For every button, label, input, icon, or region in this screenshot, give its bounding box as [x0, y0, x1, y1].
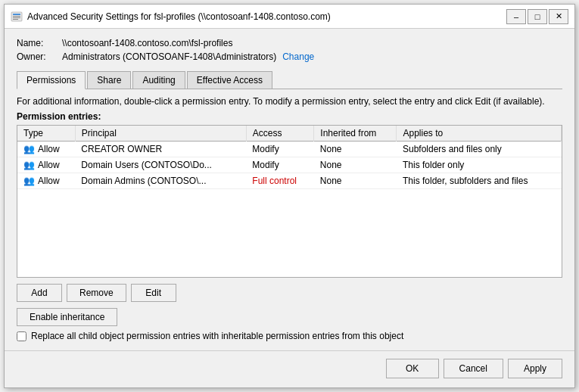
svg-rect-3	[13, 17, 20, 18]
cell-type: 👥Allow	[17, 141, 75, 157]
cell-inherited-from: None	[314, 157, 397, 173]
col-applies-to: Applies to	[397, 126, 562, 142]
name-value: \\contosoanf-1408.contoso.com\fsl-profil…	[62, 38, 232, 48]
maximize-button[interactable]: □	[528, 9, 547, 24]
table-row[interactable]: 👥AllowDomain Admins (CONTOSO\...Full con…	[17, 173, 562, 188]
permission-table-container: Type Principal Access Inherited from App…	[17, 125, 562, 278]
window-icon	[11, 11, 23, 23]
tab-auditing[interactable]: Auditing	[132, 71, 185, 89]
tab-bar: Permissions Share Auditing Effective Acc…	[17, 71, 562, 89]
edit-button[interactable]: Edit	[131, 284, 176, 302]
cell-type: 👥Allow	[17, 173, 75, 188]
permission-table: Type Principal Access Inherited from App…	[17, 126, 562, 189]
cell-applies-to: This folder, subfolders and files	[397, 173, 562, 188]
remove-button[interactable]: Remove	[67, 284, 126, 302]
close-button[interactable]: ✕	[549, 9, 568, 24]
cell-access: Modify	[246, 141, 314, 157]
replace-permissions-row: Replace all child object permission entr…	[17, 331, 562, 341]
table-header-row: Type Principal Access Inherited from App…	[17, 126, 562, 142]
cancel-button[interactable]: Cancel	[444, 359, 503, 378]
owner-label: Owner:	[17, 51, 62, 62]
main-window: Advanced Security Settings for fsl-profi…	[4, 4, 575, 388]
svg-rect-4	[13, 19, 18, 20]
col-inherited-from: Inherited from	[314, 126, 397, 142]
enable-inheritance-row: Enable inheritance	[17, 308, 562, 326]
description-text: For additional information, double-click…	[17, 95, 562, 108]
user-group-icon: 👥	[23, 160, 35, 170]
user-group-icon: 👥	[23, 176, 35, 186]
tab-share[interactable]: Share	[87, 71, 131, 89]
replace-permissions-label: Replace all child object permission entr…	[31, 331, 403, 341]
cell-applies-to: Subfolders and files only	[397, 141, 562, 157]
cell-principal: Domain Users (CONTOSO\Do...	[75, 157, 246, 173]
col-access: Access	[246, 126, 314, 142]
name-row: Name: \\contosoanf-1408.contoso.com\fsl-…	[17, 38, 562, 48]
cell-principal: CREATOR OWNER	[75, 141, 246, 157]
owner-row: Owner: Administrators (CONTOSOANF-1408\A…	[17, 51, 562, 62]
ok-button[interactable]: OK	[386, 359, 439, 378]
enable-inheritance-button[interactable]: Enable inheritance	[17, 308, 117, 326]
cell-inherited-from: None	[314, 173, 397, 188]
cell-inherited-from: None	[314, 141, 397, 157]
minimize-button[interactable]: –	[506, 9, 526, 24]
cell-access: Modify	[246, 157, 314, 173]
table-action-row: Add Remove Edit	[17, 284, 562, 302]
title-bar: Advanced Security Settings for fsl-profi…	[5, 5, 574, 29]
table-row[interactable]: 👥AllowCREATOR OWNERModifyNoneSubfolders …	[17, 141, 562, 157]
col-type: Type	[17, 126, 75, 142]
section-label: Permission entries:	[17, 111, 562, 122]
apply-button[interactable]: Apply	[508, 359, 562, 378]
svg-rect-2	[13, 16, 20, 17]
replace-permissions-checkbox[interactable]	[17, 331, 26, 341]
cell-principal: Domain Admins (CONTOSO\...	[75, 173, 246, 188]
svg-rect-1	[13, 14, 20, 15]
cell-applies-to: This folder only	[397, 157, 562, 173]
owner-value: Administrators (CONTOSOANF-1408\Administ…	[62, 51, 276, 62]
table-row[interactable]: 👥AllowDomain Users (CONTOSO\Do...ModifyN…	[17, 157, 562, 173]
col-principal: Principal	[75, 126, 246, 142]
add-button[interactable]: Add	[17, 284, 62, 302]
name-label: Name:	[17, 38, 62, 48]
cell-access: Full control	[246, 173, 314, 188]
tab-effective-access[interactable]: Effective Access	[187, 71, 272, 89]
window-title: Advanced Security Settings for fsl-profi…	[27, 11, 506, 22]
change-owner-link[interactable]: Change	[282, 51, 314, 62]
tab-permissions[interactable]: Permissions	[17, 71, 86, 89]
content-area: Name: \\contosoanf-1408.contoso.com\fsl-…	[5, 29, 574, 350]
bottom-button-row: OK Cancel Apply	[5, 351, 574, 387]
user-group-icon: 👥	[23, 144, 35, 154]
cell-type: 👥Allow	[17, 157, 75, 173]
window-controls: – □ ✕	[506, 9, 568, 24]
